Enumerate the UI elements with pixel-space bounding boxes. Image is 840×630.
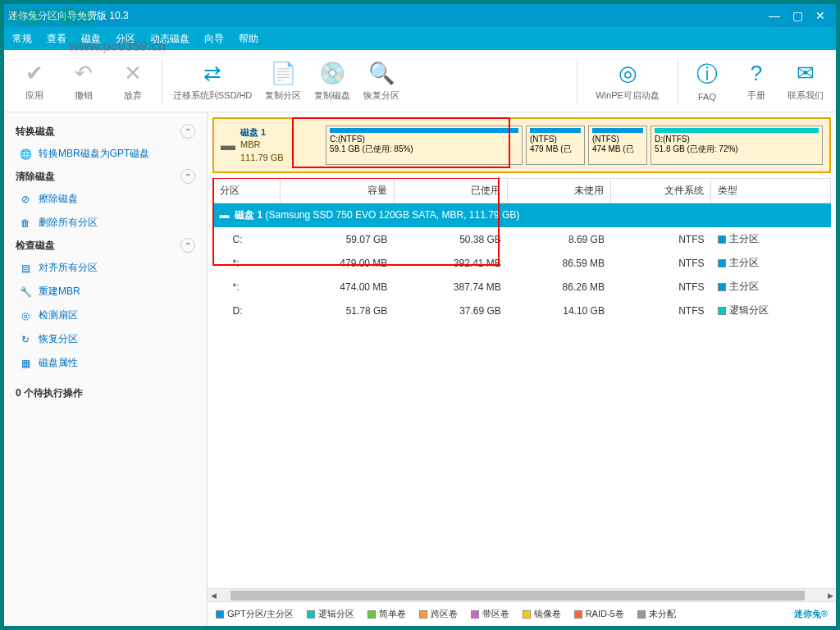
legend-swatch [574,610,582,619]
sidebar-item-label: 重建MBR [39,285,80,299]
legend-item: 逻辑分区 [307,608,354,620]
partition-box[interactable]: (NTFS)479 MB (已 [526,126,585,165]
legend-swatch [523,610,531,619]
copy-partition-button[interactable]: 📄复制分区 [259,53,307,109]
manual-button[interactable]: ?手册 [733,53,780,109]
partition-name: C:(NTFS) [330,135,518,144]
sidebar-section-header[interactable]: 检查磁盘⌃ [16,235,195,256]
sidebar-item[interactable]: ▦磁盘属性 [16,351,195,375]
sidebar-item-icon: 🗑 [19,217,32,229]
recover-icon: 🔍 [368,61,395,86]
legend-item: 简单卷 [368,608,406,620]
discard-button[interactable]: ✕放弃 [109,53,157,109]
sidebar: 转换磁盘⌃🌐转换MBR磁盘为GPT磁盘清除磁盘⌃⊘擦除磁盘🗑删除所有分区检查磁盘… [4,112,208,626]
horizontal-scrollbar[interactable]: ◀ ▶ [208,588,836,601]
sidebar-item-icon: ▦ [19,358,32,369]
disk-map[interactable]: ▬ 磁盘 1 MBR 111.79 GB C:(NTFS)59.1 GB (已使… [212,117,831,173]
legend-swatch [216,610,224,619]
sidebar-item-label: 擦除磁盘 [39,192,78,206]
column-header[interactable]: 分区 [213,179,281,203]
toolbar: ✔应用 ↶撤销 ✕放弃 ⇄迁移系统到SSD/HD 📄复制分区 💿复制磁盘 🔍恢复… [4,50,836,112]
app-window: 迷你兔分区向导免费版 10.3 — ▢ ✕ 常规 查看 磁盘 分区 动态磁盘 向… [4,4,836,626]
column-header[interactable]: 已使用 [394,179,508,203]
partition-row[interactable]: *:474.00 MB387.74 MB86.26 MBNTFS主分区 [213,275,831,299]
menu-partition[interactable]: 分区 [116,32,135,46]
contact-button[interactable]: ✉联系我们 [782,53,829,109]
sidebar-item-label: 对齐所有分区 [39,261,98,275]
sidebar-item[interactable]: 🌐转换MBR磁盘为GPT磁盘 [16,142,195,166]
legend-item: 镜像卷 [523,608,561,620]
sidebar-item-icon: ◎ [19,310,32,322]
sidebar-item[interactable]: 🗑删除所有分区 [16,211,195,235]
type-color-icon [718,283,726,291]
sidebar-item[interactable]: ▤对齐所有分区 [16,256,195,280]
partition-row[interactable]: D:51.78 GB37.69 GB14.10 GBNTFS逻辑分区 [213,299,831,322]
partition-name: (NTFS) [592,135,643,144]
maximize-button[interactable]: ▢ [786,9,809,22]
menu-help[interactable]: 帮助 [239,32,258,46]
migrate-button[interactable]: ⇄迁移系统到SSD/HD [167,53,258,109]
column-header[interactable]: 未使用 [508,179,611,203]
sidebar-item-label: 转换MBR磁盘为GPT磁盘 [39,147,149,161]
copy-part-icon: 📄 [270,61,296,86]
minimize-button[interactable]: — [763,9,786,22]
sidebar-item[interactable]: 🔧重建MBR [16,280,195,304]
sidebar-item[interactable]: ⊘擦除磁盘 [16,187,195,211]
pending-operations: 0 个待执行操作 [16,386,195,400]
legend-item: 带区卷 [471,608,509,620]
menu-disk[interactable]: 磁盘 [81,32,101,46]
window-title: 迷你兔分区向导免费版 10.3 [8,9,763,23]
partition-info: 479 MB (已 [530,144,581,155]
titlebar: 迷你兔分区向导免费版 10.3 — ▢ ✕ [4,4,836,27]
sidebar-section-header[interactable]: 转换磁盘⌃ [16,121,195,142]
partition-box[interactable]: C:(NTFS)59.1 GB (已使用: 85%) [326,126,523,165]
partition-bar [592,128,643,133]
legend-swatch [307,610,315,619]
sidebar-item[interactable]: ↻恢复分区 [16,327,195,351]
type-color-icon [718,307,726,315]
menu-general[interactable]: 常规 [12,32,32,46]
scroll-left-icon[interactable]: ◀ [208,591,219,600]
column-header[interactable]: 容量 [281,179,395,203]
scrollbar-thumb[interactable] [231,591,805,600]
legend-swatch [368,610,376,619]
disk-header-row[interactable]: ▬ 磁盘 1 (Samsung SSD 750 EVO 120GB SATA, … [213,203,831,228]
sidebar-item-label: 恢复分区 [39,332,78,346]
migrate-icon: ⇄ [203,61,221,86]
sidebar-item-icon: 🔧 [19,286,32,298]
sidebar-item-icon: ▤ [19,262,32,274]
apply-button[interactable]: ✔应用 [11,53,58,109]
column-header[interactable]: 类型 [711,179,831,203]
scroll-right-icon[interactable]: ▶ [824,591,836,600]
undo-icon: ↶ [75,61,93,86]
partition-bar [655,128,819,133]
sidebar-item-icon: ↻ [19,334,32,345]
partition-name: D:(NTFS) [655,135,819,144]
winpe-button[interactable]: ◎WinPE可启动盘 [582,53,673,109]
sidebar-item-label: 磁盘属性 [39,356,78,370]
mail-icon: ✉ [797,61,815,86]
sidebar-section-header[interactable]: 清除磁盘⌃ [16,166,195,187]
brand-logo: 迷你兔® [794,608,828,620]
undo-button[interactable]: ↶撤销 [60,53,107,109]
legend-swatch [471,610,479,619]
sidebar-item[interactable]: ◎检测扇区 [16,304,195,327]
faq-button[interactable]: ⓘFAQ [683,53,731,109]
close-button[interactable]: ✕ [809,9,832,22]
separator [678,58,678,104]
partition-box[interactable]: (NTFS)474 MB (已 [588,126,647,165]
partition-table: 分区容量已使用未使用文件系统类型 ▬ 磁盘 1 (Samsung SSD 750… [212,178,831,588]
column-header[interactable]: 文件系统 [611,179,711,203]
partition-bar [530,128,581,133]
menu-wizard[interactable]: 向导 [204,32,224,46]
partition-box[interactable]: D:(NTFS)51.8 GB (已使用: 72%) [651,126,823,165]
menubar: 常规 查看 磁盘 分区 动态磁盘 向导 帮助 [4,27,836,50]
menu-dynamic[interactable]: 动态磁盘 [150,32,189,46]
menu-view[interactable]: 查看 [47,32,66,46]
legend: GPT分区/主分区逻辑分区简单卷跨区卷带区卷镜像卷RAID-5卷未分配迷你兔® [208,601,836,626]
legend-item: RAID-5卷 [574,608,624,620]
partition-row[interactable]: *:479.00 MB392.41 MB86.59 MBNTFS主分区 [213,251,831,275]
copy-disk-button[interactable]: 💿复制磁盘 [308,53,356,109]
recover-button[interactable]: 🔍恢复分区 [358,53,405,109]
partition-row[interactable]: C:59.07 GB50.38 GB8.69 GBNTFS主分区 [213,227,831,251]
